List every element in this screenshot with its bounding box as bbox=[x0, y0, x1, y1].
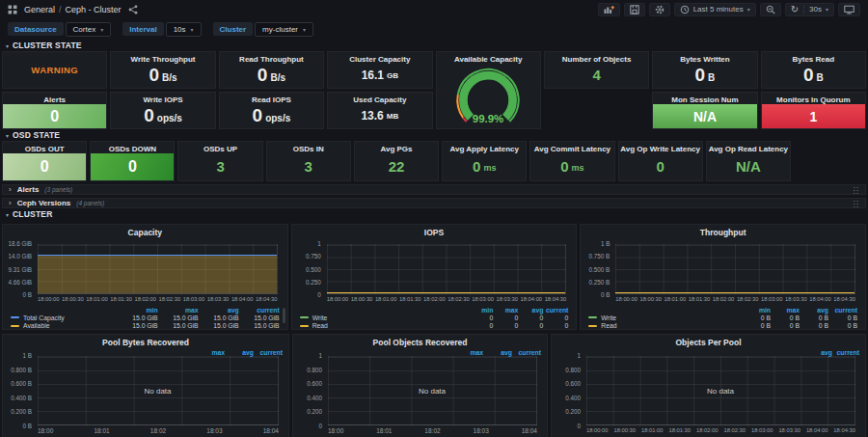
panel-title[interactable]: Pool Bytes Recovered bbox=[3, 335, 288, 347]
legend-series-name[interactable]: Read bbox=[300, 322, 469, 329]
panel-cluster-capacity: Cluster Capacity 16.1GB bbox=[327, 51, 432, 89]
zoom-out-button[interactable] bbox=[760, 3, 781, 16]
panel-available-capacity: Available Capacity 99.9% bbox=[436, 51, 541, 129]
panel-throughput-chart: Throughput 1 B0.750 B0.500 B0.250 B0 B 1… bbox=[580, 224, 866, 330]
axis-tick: 18:00:30 bbox=[351, 296, 373, 302]
legend-cell: avg bbox=[225, 349, 254, 356]
legend-series-name[interactable]: Write bbox=[588, 314, 742, 321]
row-title: Ceph Versions bbox=[17, 199, 71, 207]
y-axis-ticks: 10.8000.6000.4000.2000 bbox=[552, 352, 583, 429]
breadcrumb[interactable]: General / Ceph - Cluster bbox=[24, 5, 122, 14]
axis-tick: 18:01:30 bbox=[399, 296, 421, 302]
plot-area[interactable]: No data bbox=[38, 356, 279, 425]
axis-tick: 18:03:00 bbox=[183, 296, 205, 302]
stat-value: 0ms bbox=[443, 151, 526, 180]
legend-scrollbar[interactable] bbox=[283, 308, 285, 323]
axis-tick: 18:02 bbox=[150, 427, 166, 434]
axis-tick: 18:04:30 bbox=[833, 427, 855, 433]
variable-value-dropdown[interactable]: my-cluster▾ bbox=[255, 22, 313, 37]
dashboard-settings-button[interactable] bbox=[649, 3, 670, 16]
legend-cell: 0 bbox=[468, 314, 493, 321]
panel-title[interactable]: Objects Per Pool bbox=[552, 335, 865, 347]
axis-tick: 0.600 bbox=[565, 380, 581, 387]
panel-alerts: Alerts 0 bbox=[2, 92, 107, 129]
axis-tick: 18:01:30 bbox=[689, 296, 711, 302]
row-header-cluster[interactable]: ▾ CLUSTER bbox=[0, 208, 868, 220]
row-header-cluster-state[interactable]: ▾ CLUSTER STATE bbox=[0, 40, 868, 51]
chevron-down-icon: ▾ bbox=[191, 26, 194, 33]
legend-row: Read0000 bbox=[300, 322, 569, 331]
plot-area[interactable]: No data bbox=[586, 356, 855, 425]
x-axis-ticks: 18:00:0018:00:3018:01:0018:01:3018:02:00… bbox=[38, 296, 278, 302]
legend-series-name[interactable]: Write bbox=[300, 314, 469, 321]
stat-number: 0 bbox=[253, 105, 263, 126]
capacity-plot-area[interactable] bbox=[38, 244, 278, 294]
apps-grid-icon[interactable] bbox=[8, 5, 17, 14]
stat-value: 3 bbox=[267, 151, 350, 180]
refresh-icon[interactable]: ↻ bbox=[791, 5, 799, 14]
variable-value-dropdown[interactable]: Cortex▾ bbox=[66, 22, 112, 37]
chevron-down-icon: ▾ bbox=[826, 6, 828, 13]
drag-handle-icon[interactable] bbox=[853, 200, 859, 207]
panel-title[interactable]: Pool Objects Recovered bbox=[293, 335, 547, 347]
axis-tick: 14.0 GiB bbox=[8, 253, 32, 259]
legend-series-name[interactable]: Available bbox=[11, 322, 118, 329]
panel-title[interactable]: Available Capacity bbox=[437, 52, 540, 64]
row-header-osd-state[interactable]: ▾ OSD STATE bbox=[0, 129, 868, 141]
time-range-label: Last 5 minutes bbox=[693, 5, 744, 14]
axis-tick: 18:00 bbox=[328, 427, 343, 434]
stat-number: 0 bbox=[560, 158, 568, 175]
cluster-state-grid: WARNING Write Throughput 0B/s Read Throu… bbox=[2, 51, 866, 129]
legend-series-name[interactable]: Total Capacity bbox=[11, 314, 118, 321]
panel-title[interactable]: Mon Session Num bbox=[653, 93, 756, 104]
stat-value: 16.1GB bbox=[328, 62, 431, 88]
variable-value-dropdown[interactable]: 10s▾ bbox=[166, 22, 202, 37]
panel-title[interactable]: Monitors In Quorum bbox=[762, 93, 865, 104]
throughput-plot-area[interactable] bbox=[615, 244, 855, 294]
chart-legend: maxavgcurrent bbox=[454, 348, 541, 356]
chart-legend: minmaxavgcurrentWrite0000Read0000 bbox=[300, 306, 569, 330]
drag-handle-icon[interactable] bbox=[853, 186, 859, 194]
panel-title[interactable]: Alerts bbox=[3, 93, 106, 104]
legend-cell: current bbox=[832, 349, 859, 356]
share-icon[interactable] bbox=[128, 5, 138, 14]
collapsed-row-alerts[interactable]: › Alerts (3 panels) bbox=[2, 184, 866, 195]
stat-unit: MB bbox=[387, 112, 398, 121]
add-panel-icon bbox=[604, 5, 614, 14]
y-axis-ticks: 1 B0.750 B0.500 B0.250 B0 B bbox=[581, 240, 612, 298]
panel-title[interactable]: IOPS bbox=[292, 225, 577, 237]
collapsed-row-ceph-versions[interactable]: › Ceph Versions (4 panels) bbox=[2, 198, 866, 208]
refresh-interval-label[interactable]: 30s bbox=[809, 5, 822, 14]
axis-tick: 0.600 bbox=[307, 380, 322, 387]
chevron-down-icon: ▾ bbox=[303, 26, 306, 33]
health-status: WARNING bbox=[3, 52, 106, 88]
legend-cell: max bbox=[454, 349, 483, 356]
time-picker-button[interactable]: Last 5 minutes ▾ bbox=[674, 3, 756, 16]
dashboard-title[interactable]: Ceph - Cluster bbox=[66, 5, 122, 14]
breadcrumb-folder[interactable]: General bbox=[24, 5, 55, 14]
stat-number: 0 bbox=[473, 158, 480, 175]
legend-cell: 15.0 GiB bbox=[118, 314, 158, 321]
axis-tick: 1 bbox=[317, 240, 321, 247]
panel-title[interactable]: OSDs DOWN bbox=[91, 142, 174, 153]
panel-avg-op-read-latency: Avg Op Read Latency N/A bbox=[706, 141, 791, 181]
legend-series-color bbox=[588, 316, 597, 318]
iops-plot-area[interactable] bbox=[327, 244, 567, 294]
panel-title[interactable]: Throughput bbox=[581, 225, 865, 237]
legend-cell: 0 B bbox=[828, 322, 857, 329]
stat-value: 0B/s bbox=[111, 62, 214, 88]
legend-series-name[interactable]: Read bbox=[588, 322, 742, 329]
legend-cell: 0 bbox=[543, 322, 568, 329]
plot-area[interactable]: No data bbox=[328, 356, 537, 425]
save-dashboard-button[interactable] bbox=[624, 3, 645, 16]
add-panel-button[interactable] bbox=[598, 3, 620, 16]
legend-cell: avg bbox=[805, 349, 832, 356]
axis-tick: 1 bbox=[577, 352, 581, 359]
stat-number: 3 bbox=[305, 158, 312, 175]
axis-tick: 18:01:30 bbox=[668, 427, 691, 433]
panel-title[interactable]: Capacity bbox=[3, 225, 287, 237]
legend-cell: current bbox=[254, 349, 283, 356]
kiosk-mode-button[interactable] bbox=[838, 3, 860, 16]
refresh-picker-button[interactable]: ↻ 30s ▾ bbox=[785, 3, 834, 16]
panel-title[interactable]: OSDs OUT bbox=[3, 142, 86, 153]
